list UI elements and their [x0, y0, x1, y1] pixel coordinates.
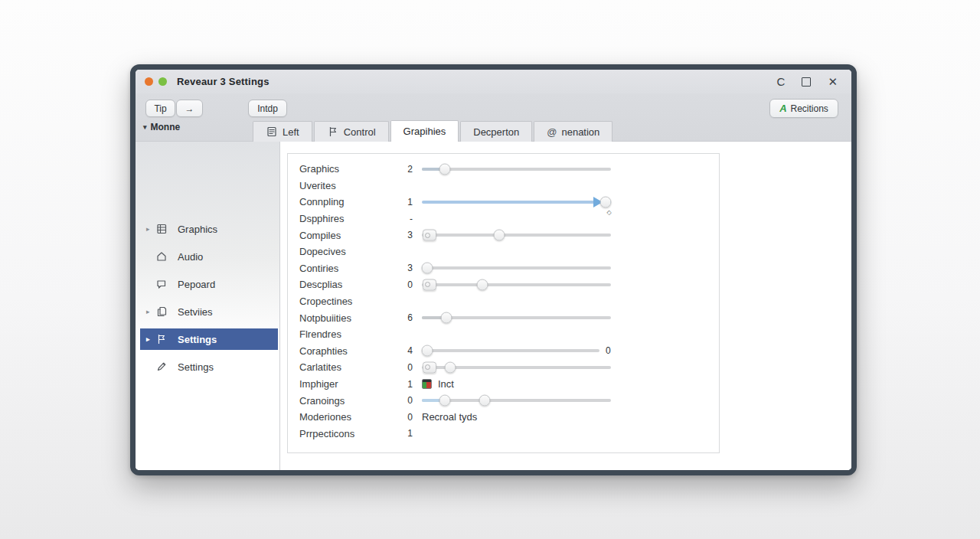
slider-handle[interactable] [494, 230, 505, 241]
tab-label: Decperton [473, 126, 519, 138]
toolbar: Tip → Intdp A Recitions LeftControlGrapi… [136, 93, 851, 142]
setting-row: Notpbuiities6 [299, 309, 707, 326]
setting-label: Moderiones [299, 411, 397, 423]
tab-grapihies[interactable]: Grapihies [390, 120, 459, 142]
setting-label: Coraphties [299, 345, 397, 357]
slider-track[interactable] [422, 366, 611, 369]
slider-left-handle[interactable] [423, 361, 436, 373]
slider-handle[interactable] [445, 361, 456, 373]
tab-bar: LeftControlGrapihiesDecperton@nenation [253, 120, 614, 142]
setting-value: 1 [397, 379, 413, 390]
settings-panel: Graphics2UveritesConnpling1◇Dspphires-Co… [287, 153, 720, 453]
setting-row: Contiries3 [299, 260, 707, 277]
slider-handle[interactable] [477, 279, 488, 290]
slider-track[interactable] [422, 266, 611, 270]
sidebar-item-pepoard[interactable]: Pepoard [136, 270, 279, 298]
setting-row: Imphiger1Inct [299, 376, 707, 393]
sidebar-item-audio[interactable]: Audio [136, 243, 279, 270]
slider-handle[interactable] [439, 163, 450, 175]
setting-row: Carlatites0 [299, 359, 707, 376]
maximize-icon[interactable] [802, 77, 811, 87]
setting-label: Dspphires [299, 213, 397, 224]
slider-left-handle[interactable] [423, 230, 436, 241]
setting-label: Contiries [299, 263, 397, 274]
titlebar[interactable]: Reveaur 3 Settings C ✕ [136, 70, 851, 93]
setting-value: 3 [397, 263, 413, 273]
setting-label: Descplias [299, 279, 397, 290]
setting-label: Dopecives [299, 246, 397, 257]
slider-handle[interactable] [441, 312, 452, 324]
sidebar-item-settings[interactable]: ▸Settings [136, 325, 279, 353]
documents-icon [155, 305, 171, 318]
setting-label: Flrendres [299, 328, 397, 340]
slider-track[interactable] [422, 316, 611, 319]
setting-value: 0 [397, 412, 413, 423]
slider-right-label: 0 [606, 345, 611, 356]
chevron-right-icon[interactable]: ▸ [146, 225, 155, 233]
sidebar-item-settings-2[interactable]: Settings [136, 353, 279, 381]
setting-label: Cranoings [299, 395, 397, 407]
diamond-icon: ◇ [607, 209, 612, 216]
sidebar-item-graphics[interactable]: ▸Graphics [136, 215, 279, 243]
setting-row: Dspphires- [299, 211, 707, 227]
slider-track[interactable] [422, 283, 611, 286]
intdp-button[interactable]: Intdp [248, 100, 287, 117]
sidebar-item-label: Pepoard [178, 279, 215, 290]
window-dot-orange[interactable] [145, 77, 153, 86]
setting-value: 0 [397, 279, 413, 290]
setting-text: Recroal tyds [422, 411, 477, 423]
slider-track[interactable] [422, 234, 611, 237]
slider-handle[interactable] [422, 263, 433, 274]
setting-control: Inct [422, 378, 454, 390]
setting-control [422, 316, 611, 319]
forward-button[interactable]: → [176, 100, 203, 117]
window-dot-green[interactable] [158, 77, 167, 86]
setting-label: Imphiger [299, 378, 397, 390]
chevron-right-icon[interactable]: ▸ [146, 335, 155, 343]
slider-left-handle[interactable] [423, 279, 436, 290]
slider-handle[interactable] [439, 395, 450, 407]
setting-label: Connpling [299, 196, 397, 207]
close-icon[interactable]: ✕ [828, 76, 838, 87]
sidebar-root[interactable]: ▾ Monne [143, 122, 180, 132]
setting-value: 0 [397, 362, 413, 373]
setting-label: Prrpecticons [299, 428, 397, 439]
setting-control: 0 [422, 345, 611, 356]
setting-control [422, 168, 611, 171]
setting-row: Cropectines [299, 293, 707, 310]
slider-track[interactable] [422, 168, 611, 171]
setting-row: Dopecives [299, 243, 707, 260]
setting-value: 3 [397, 230, 413, 240]
tab-decperton[interactable]: Decperton [460, 121, 532, 142]
arrow-right-icon: → [185, 103, 194, 114]
slider-handle[interactable] [421, 345, 433, 357]
intdp-button-label: Intdp [257, 103, 278, 114]
setting-label: Notpbuiities [299, 312, 397, 324]
setting-label: Compiles [299, 230, 397, 241]
slider-handle[interactable] [599, 196, 611, 207]
sidebar-list: ▸GraphicsAudioPepoard▸Setviies▸SettingsS… [136, 215, 279, 381]
chevron-right-icon[interactable]: ▸ [146, 308, 155, 315]
tab-left[interactable]: Left [253, 121, 312, 142]
tab-label: Grapihies [403, 126, 446, 137]
tip-button[interactable]: Tip [145, 100, 175, 117]
setting-control [422, 234, 611, 237]
grid-icon [155, 223, 171, 235]
setting-row: Compiles3 [299, 227, 707, 243]
chevron-down-icon: ▾ [143, 123, 147, 131]
home-icon [155, 250, 171, 263]
flag-icon [327, 126, 339, 138]
minimize-icon[interactable]: C [777, 76, 786, 87]
tab-control[interactable]: Control [314, 121, 389, 142]
slider-track[interactable] [422, 349, 599, 352]
tab-nenation[interactable]: @nenation [534, 121, 612, 142]
slider-track[interactable] [422, 399, 611, 402]
slider-handle[interactable] [479, 395, 490, 407]
color-swatch-icon [422, 379, 432, 389]
slider-track[interactable]: ◇ [422, 201, 611, 204]
recitions-button[interactable]: A Recitions [769, 99, 838, 118]
sidebar-item-setviies[interactable]: ▸Setviies [136, 298, 279, 325]
setting-value: 6 [397, 312, 413, 323]
tab-label: nenation [561, 126, 599, 138]
window-controls: C ✕ [777, 76, 842, 87]
